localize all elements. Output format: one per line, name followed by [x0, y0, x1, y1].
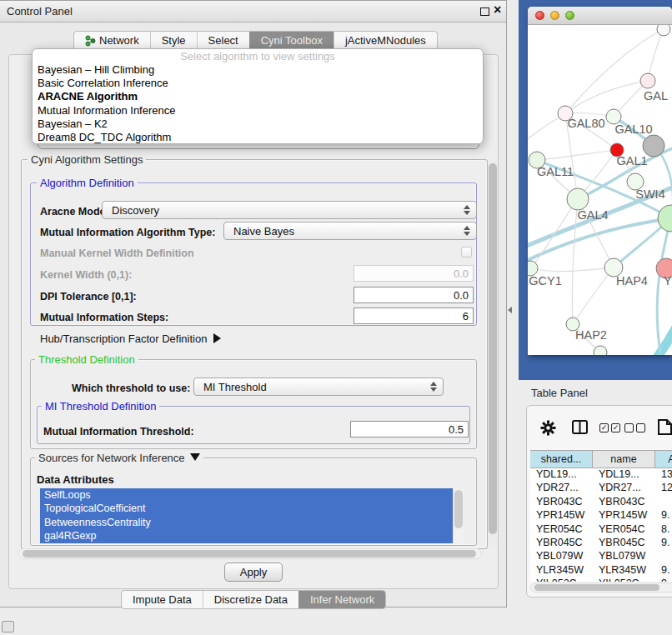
network-edge[interactable]: [573, 268, 614, 324]
algorithm-definition-title: Algorithm Definition: [37, 177, 138, 189]
control-panel-tabs: NetworkStyleSelectCyni ToolboxjActiveMNo…: [73, 31, 438, 50]
network-edge[interactable]: [531, 199, 578, 268]
cyni-mode-tabs: Impute DataDiscretize DataInfer Network: [121, 590, 386, 609]
network-canvas[interactable]: GALGAL80GAL10GAL1GAL11SWI4GAL4GCY1HAP4YH…: [528, 25, 672, 355]
network-node-label: GAL4: [577, 208, 608, 222]
algorithm-option[interactable]: Dream8 DC_TDC Algorithm: [33, 131, 483, 144]
network-node-label: GCY1: [529, 274, 562, 288]
kernel-width-label: Kernel Width (0,1):: [40, 269, 132, 281]
tab-cyni-toolbox[interactable]: Cyni Toolbox: [249, 32, 333, 49]
tab-select[interactable]: Select: [197, 32, 249, 49]
table-column-header[interactable]: shared...: [530, 451, 593, 468]
network-node-gal[interactable]: [640, 73, 655, 88]
table-row[interactable]: YBL079WYBL079W: [530, 550, 672, 563]
bottom-left-partial-icon[interactable]: [2, 621, 14, 632]
kernel-width-field[interactable]: 0.0: [354, 265, 474, 282]
tab-label: Network: [99, 32, 139, 49]
tab-impute-data[interactable]: Impute Data: [122, 591, 203, 608]
minimize-window-icon[interactable]: [550, 11, 559, 20]
export-table-icon[interactable]: [657, 418, 672, 436]
settings-hscroll-thumb[interactable]: [23, 550, 476, 558]
aracne-mode-combobox[interactable]: Discovery: [102, 201, 477, 219]
algorithm-dropdown-popup: Select algorithm to view settings Bayesi…: [32, 48, 484, 144]
table-cell: YBR043C: [593, 496, 655, 509]
network-view-background: GALGAL80GAL10GAL1GAL11SWI4GAL4GCY1HAP4YH…: [519, 0, 672, 380]
which-threshold-combobox[interactable]: MI Threshold: [193, 378, 444, 396]
table-panel-title: Table Panel: [531, 387, 588, 399]
network-node-label: GAL: [644, 89, 668, 102]
stepper-arrows-icon: [464, 226, 470, 236]
dpi-tolerance-field[interactable]: 0.0: [354, 287, 474, 303]
settings-vertical-scrollbar[interactable]: [487, 161, 498, 546]
data-attribute-item[interactable]: TopologicalCoefficient: [40, 502, 453, 515]
algorithm-option[interactable]: ARACNE Algorithm: [33, 90, 483, 103]
mi-steps-field[interactable]: 6: [354, 308, 474, 324]
network-edge[interactable]: [632, 296, 672, 355]
attributes-vscroll-thumb[interactable]: [454, 490, 463, 528]
table-cell: [655, 550, 672, 563]
table-row[interactable]: YER054CYER054C8.: [530, 523, 672, 537]
zoom-window-icon[interactable]: [565, 11, 574, 20]
data-attribute-item[interactable]: SelfLoops: [40, 488, 453, 502]
network-edge[interactable]: [537, 150, 617, 160]
table-hscroll-thumb[interactable]: [534, 584, 659, 591]
table-header-row: shared...nameA: [530, 450, 672, 468]
network-node-label: Y: [664, 274, 672, 288]
network-node-gal4[interactable]: [567, 188, 589, 210]
table-column-header[interactable]: A: [655, 451, 672, 468]
table-row[interactable]: YDR27...YDR27...12: [530, 482, 672, 495]
table-row[interactable]: YDL19...YDL19...13: [530, 468, 672, 482]
settings-vscroll-thumb[interactable]: [489, 163, 497, 534]
table-horizontal-scrollbar[interactable]: [530, 582, 672, 592]
algorithm-option[interactable]: Basic Correlation Inference: [33, 77, 483, 90]
attributes-vertical-scrollbar[interactable]: [453, 488, 464, 543]
network-node-label: HAP2: [575, 328, 607, 342]
node-table[interactable]: shared...nameA YDL19...YDL19...13YDR27..…: [530, 450, 672, 582]
gear-icon[interactable]: [540, 420, 556, 436]
tab-label: Impute Data: [133, 591, 192, 608]
tab-style[interactable]: Style: [150, 32, 197, 49]
table-column-header[interactable]: name: [593, 451, 655, 468]
mi-algorithm-type-combobox[interactable]: Naive Bayes: [223, 222, 477, 240]
table-row[interactable]: YBR045CYBR045C9.: [530, 537, 672, 550]
apply-button[interactable]: Apply: [224, 562, 283, 582]
column-layout-icon[interactable]: [572, 420, 588, 434]
network-icon: [85, 35, 96, 47]
hide-columns-icon[interactable]: [624, 423, 645, 432]
show-columns-icon[interactable]: ✓✓: [599, 423, 620, 432]
hub-tf-definition-toggle[interactable]: Hub/Transcription Factor Definition: [40, 332, 221, 345]
table-cell: YBL079W: [593, 550, 655, 563]
table-row[interactable]: YBR043CYBR043C: [530, 496, 672, 509]
float-panel-icon[interactable]: [480, 8, 489, 16]
network-node-label: GAL11: [537, 165, 574, 178]
algorithm-option[interactable]: Bayesian – Hill Climbing: [33, 63, 483, 77]
data-attributes-list[interactable]: SelfLoopsTopologicalCoefficientBetweenne…: [40, 488, 464, 543]
table-row[interactable]: YIL052CYIL052C9: [530, 578, 672, 582]
table-cell: YIL052C: [593, 578, 655, 582]
data-attribute-item[interactable]: gal4RGexp: [40, 529, 453, 542]
table-row[interactable]: YPR145WYPR145W9.: [530, 509, 672, 522]
network-edge[interactable]: [565, 81, 648, 113]
tab-infer-network[interactable]: Infer Network: [298, 591, 385, 608]
expand-right-icon: [213, 333, 221, 343]
tab-discretize-data[interactable]: Discretize Data: [203, 591, 298, 608]
close-panel-icon[interactable]: ×: [494, 2, 501, 18]
table-cell: YBL079W: [530, 550, 593, 563]
network-node[interactable]: [594, 346, 607, 355]
tab-jactivemnodules[interactable]: jActiveMNodules: [333, 32, 437, 49]
settings-horizontal-scrollbar[interactable]: [18, 548, 482, 559]
table-cell: YPR145W: [593, 509, 655, 522]
tab-label: Infer Network: [310, 591, 374, 608]
algorithm-option[interactable]: Bayesian – K2: [33, 118, 483, 131]
table-cell: YLR345W: [530, 564, 593, 578]
close-window-icon[interactable]: [535, 11, 544, 20]
table-row[interactable]: YLR345WYLR345W9.: [530, 564, 672, 578]
sources-title[interactable]: Sources for Network Inference: [35, 452, 203, 464]
mi-threshold-field[interactable]: 0.5: [350, 421, 469, 438]
manual-kernel-width-checkbox[interactable]: [461, 247, 472, 258]
network-node[interactable]: [657, 25, 670, 36]
panel-divider-collapse-handle[interactable]: [508, 307, 512, 313]
algorithm-option[interactable]: Mutual Information Inference: [33, 104, 483, 118]
tab-network[interactable]: Network: [74, 32, 150, 49]
data-attribute-item[interactable]: BetweennessCentrality: [40, 516, 453, 529]
